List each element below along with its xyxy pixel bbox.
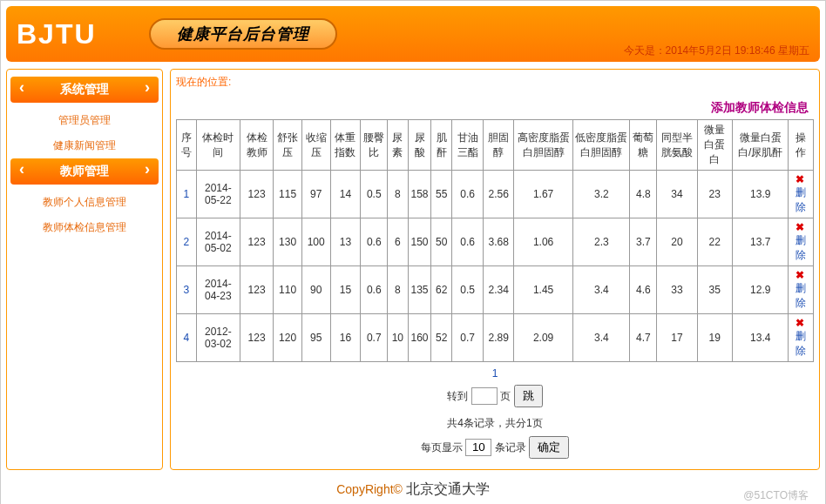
sidebar: 系统管理 管理员管理 健康新闻管理 教师管理 教师个人信息管理 教师体检信息管理 [6,69,163,470]
col-header: 尿酸 [408,120,431,171]
perpage-input[interactable] [465,439,491,456]
col-header: 操作 [789,120,814,171]
table-row: 32014-04-2312311090150.68135620.52.341.4… [177,266,814,314]
university: 北京交通大学 [406,481,490,496]
delete-link[interactable]: 删除 [796,282,806,309]
col-header: 低密度脂蛋白胆固醇 [573,120,630,171]
col-header: 胆固醇 [484,120,513,171]
pager-summary: 共4条记录，共分1页 [176,416,814,431]
col-header: 腰臀比 [361,120,388,171]
col-header: 体检时间 [196,120,240,171]
add-teacher-exam-link[interactable]: 添加教师体检信息 [176,97,814,119]
col-header: 体检教师 [240,120,273,171]
row-actions: ✖删除 [789,266,814,314]
date-bar: 今天是：2014年5月2日 19:18:46 星期五 [624,44,809,58]
col-header: 体重指数 [330,120,361,171]
col-header: 同型半胱氨酸 [657,120,697,171]
col-header: 尿素 [388,120,408,171]
col-header: 微量白蛋白/尿肌酐 [733,120,789,171]
menu-head-teacher[interactable]: 教师管理 [10,158,159,185]
watermark: @51CTO博客 [743,488,809,503]
sidebar-item-news[interactable]: 健康新闻管理 [10,133,159,158]
col-header: 收缩压 [301,120,330,171]
app-title-box: 健康平台后台管理 [149,18,337,50]
delete-icon: ✖ [796,269,804,281]
content-panel: 现在的位置: 添加教师体检信息 序号体检时间体检教师舒张压收缩压体重指数腰臀比尿… [170,69,820,470]
table-row: 22014-05-02123130100130.66150500.63.681.… [177,218,814,266]
col-header: 舒张压 [274,120,302,171]
pager: 1 转到 页 跳 共4条记录，共分1页 每页显示 条记录 确定 [176,367,814,459]
col-header: 高密度脂蛋白胆固醇 [513,120,573,171]
sidebar-item-admin[interactable]: 管理员管理 [10,108,159,133]
breadcrumb: 现在的位置: [176,75,814,90]
table-row: 12014-05-2212311597140.58158550.62.561.6… [177,171,814,218]
delete-icon: ✖ [796,221,804,233]
row-actions: ✖删除 [789,171,814,218]
app-title: 健康平台后台管理 [177,25,309,43]
logo: BJTU [17,18,97,50]
footer: CopyRight© 北京交通大学 [6,470,820,502]
goto-page-input[interactable] [471,387,498,405]
confirm-button[interactable]: 确定 [529,436,569,459]
col-header: 葡萄糖 [630,120,657,171]
sidebar-item-teacher-exam[interactable]: 教师体检信息管理 [10,215,159,240]
jump-button[interactable]: 跳 [514,385,543,407]
col-header: 微量白蛋白 [697,120,733,171]
delete-link[interactable]: 删除 [796,330,806,357]
exam-table: 序号体检时间体检教师舒张压收缩压体重指数腰臀比尿素尿酸肌酐甘油三酯胆固醇高密度脂… [176,119,814,362]
header: BJTU 健康平台后台管理 今天是：2014年5月2日 19:18:46 星期五 [6,6,820,62]
menu-head-system[interactable]: 系统管理 [10,77,159,103]
delete-icon: ✖ [796,317,804,329]
row-actions: ✖删除 [789,218,814,266]
delete-link[interactable]: 删除 [796,186,806,213]
col-header: 序号 [177,120,197,171]
delete-link[interactable]: 删除 [796,234,806,261]
sidebar-item-teacher-info[interactable]: 教师个人信息管理 [10,190,159,215]
copyright: CopyRight© [336,482,403,496]
col-header: 甘油三酯 [451,120,484,171]
col-header: 肌酐 [431,120,451,171]
page-number[interactable]: 1 [176,367,814,380]
table-row: 42012-03-0212312095160.710160520.72.892.… [177,314,814,362]
delete-icon: ✖ [796,173,804,185]
row-actions: ✖删除 [789,314,814,362]
